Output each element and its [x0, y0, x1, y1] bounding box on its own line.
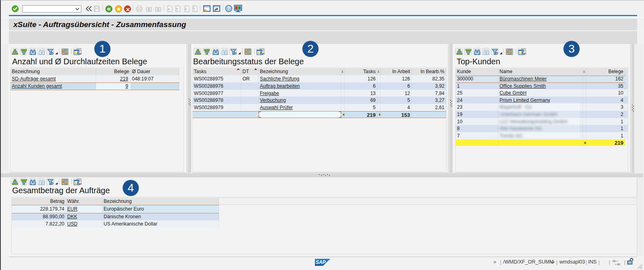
svg-text:?: ? — [227, 6, 230, 11]
svg-text:SAP: SAP — [316, 259, 326, 265]
